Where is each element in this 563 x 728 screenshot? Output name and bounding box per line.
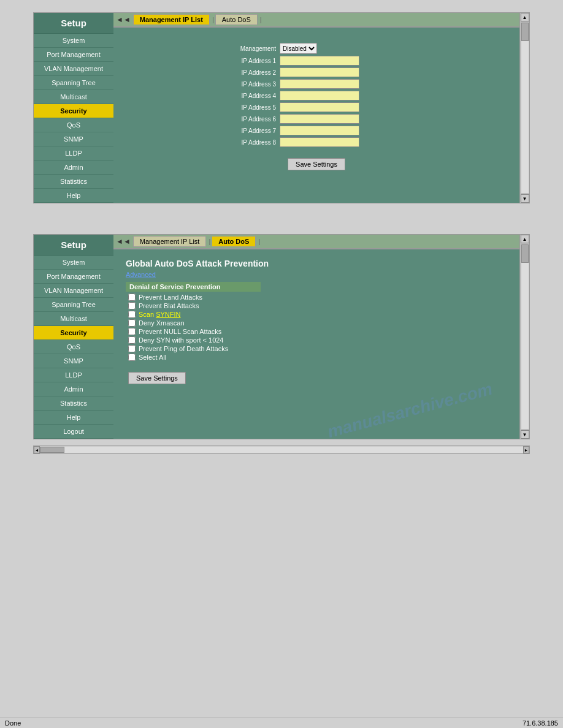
top-save-button[interactable]: Save Settings — [288, 158, 345, 170]
sidebar-item-spanning-tree-top[interactable]: Spanning Tree — [34, 76, 113, 90]
scroll-up-btn-top[interactable]: ▲ — [521, 13, 529, 21]
scroll-track-top[interactable] — [521, 23, 529, 193]
top-main-content: ◄◄ Management IP List | Auto DoS | Manag… — [113, 13, 519, 203]
sidebar-item-system-bot[interactable]: System — [34, 256, 113, 270]
ip-input-4[interactable] — [280, 91, 359, 100]
ip-row-1: IP Address 1 — [218, 56, 415, 66]
h-scroll-left[interactable]: ◄ — [34, 446, 40, 453]
ip-input-3[interactable] — [280, 79, 359, 89]
sidebar-item-logout-bot[interactable]: Logout — [34, 425, 113, 439]
ip-input-6[interactable] — [280, 114, 359, 124]
sidebar-item-statistics-bot[interactable]: Statistics — [34, 396, 113, 411]
scroll-track-bot[interactable] — [521, 245, 529, 429]
dos-item-0: Prevent Land Attacks — [126, 294, 507, 301]
ip-row-3: IP Address 3 — [218, 79, 415, 89]
ip-row-5: IP Address 5 — [218, 102, 415, 112]
dos-title: Global Auto DoS Attack Prevention — [126, 259, 507, 268]
synfin-link[interactable]: SYNFIN — [156, 311, 180, 318]
sidebar-item-statistics-top[interactable]: Statistics — [34, 175, 113, 189]
scroll-thumb-top[interactable] — [521, 23, 529, 41]
scroll-down-btn-top[interactable]: ▼ — [521, 194, 529, 203]
sidebar-item-qos-bot[interactable]: QoS — [34, 340, 113, 354]
ip-label-6: IP Address 6 — [218, 116, 280, 123]
dos-checkbox-4[interactable] — [128, 328, 136, 335]
dos-label-7: Select All — [139, 354, 166, 361]
sidebar-item-lldp-top[interactable]: LLDP — [34, 146, 113, 161]
dos-checkbox-1[interactable] — [128, 302, 136, 309]
dos-checkbox-6[interactable] — [128, 345, 136, 352]
dos-checkbox-5[interactable] — [128, 336, 136, 344]
scroll-down-btn-bot[interactable]: ▼ — [521, 430, 529, 439]
bottom-content-area: Global Auto DoS Attack Prevention Advanc… — [113, 249, 519, 439]
tab-sep-bot-1: | — [209, 238, 210, 245]
ip-label-5: IP Address 5 — [218, 104, 280, 111]
tab-management-ip-list-bot[interactable]: Management IP List — [133, 236, 207, 247]
sidebar-item-admin-top[interactable]: Admin — [34, 161, 113, 175]
dos-label-4: Prevent NULL Scan Attacks — [139, 328, 221, 335]
ip-input-1[interactable] — [280, 56, 359, 66]
ip-input-7[interactable] — [280, 126, 359, 135]
sidebar-item-multicast-bot[interactable]: Multicast — [34, 312, 113, 326]
dos-item-6: Prevent Ping of Death Attacks — [126, 345, 507, 352]
dos-label-0: Prevent Land Attacks — [139, 294, 202, 301]
sidebar-item-system-top[interactable]: System — [34, 34, 113, 48]
dos-save-wrapper: Save Settings — [126, 367, 507, 384]
scroll-up-btn-bot[interactable]: ▲ — [521, 235, 529, 243]
ip-label-2: IP Address 2 — [218, 69, 280, 76]
sidebar-item-snmp-top[interactable]: SNMP — [34, 132, 113, 146]
dos-section-header: Denial of Service Prevention — [126, 282, 261, 292]
h-scrollbar[interactable]: ◄ ► — [33, 446, 530, 454]
ip-label-7: IP Address 7 — [218, 127, 280, 134]
sidebar-item-lldp-bot[interactable]: LLDP — [34, 368, 113, 382]
sidebar-item-help-bot[interactable]: Help — [34, 411, 113, 425]
sidebar-item-security-bot[interactable]: Security — [34, 326, 113, 340]
dos-item-2: Scan SYNFIN — [126, 311, 507, 318]
dos-checkbox-2[interactable] — [128, 311, 136, 318]
bottom-sidebar: Setup System Port Management VLAN Manage… — [34, 235, 113, 439]
h-scroll-track — [40, 447, 523, 453]
scroll-thumb-bot[interactable] — [521, 245, 529, 263]
sidebar-item-help-top[interactable]: Help — [34, 189, 113, 203]
ip-row-7: IP Address 7 — [218, 126, 415, 135]
dos-advanced-link[interactable]: Advanced — [126, 271, 507, 278]
management-row: Management Disabled Enabled — [218, 43, 415, 54]
tab-auto-dos-top[interactable]: Auto DoS — [215, 14, 258, 25]
sidebar-item-vlan-management-bot[interactable]: VLAN Management — [34, 284, 113, 298]
management-select[interactable]: Disabled Enabled — [280, 43, 317, 54]
sidebar-item-vlan-management-top[interactable]: VLAN Management — [34, 62, 113, 76]
tab-management-ip-list[interactable]: Management IP List — [133, 14, 210, 25]
sidebar-item-admin-bot[interactable]: Admin — [34, 382, 113, 396]
bottom-scrollbar[interactable]: ▲ ▼ — [519, 235, 529, 439]
ip-input-2[interactable] — [280, 67, 359, 77]
nav-arrow-bot[interactable]: ◄◄ — [116, 237, 131, 246]
dos-save-button[interactable]: Save Settings — [128, 372, 186, 384]
sidebar-item-spanning-tree-bot[interactable]: Spanning Tree — [34, 298, 113, 312]
ip-row-6: IP Address 6 — [218, 114, 415, 124]
dos-label-2: Scan SYNFIN — [139, 311, 180, 318]
status-bar: Done 71.6.38.185 — [0, 718, 563, 728]
dos-checkbox-0[interactable] — [128, 294, 136, 301]
dos-checkbox-3[interactable] — [128, 319, 136, 327]
sidebar-item-security-top[interactable]: Security — [34, 104, 113, 118]
sidebar-item-qos-top[interactable]: QoS — [34, 118, 113, 132]
sidebar-item-port-management-top[interactable]: Port Management — [34, 48, 113, 62]
bottom-panel: Setup System Port Management VLAN Manage… — [33, 234, 530, 439]
dos-checkbox-7[interactable] — [128, 354, 136, 361]
ip-input-8[interactable] — [280, 137, 359, 147]
top-scrollbar[interactable]: ▲ ▼ — [519, 13, 529, 203]
dos-label-6: Prevent Ping of Death Attacks — [139, 345, 228, 352]
tab-sep-bot-2: | — [258, 238, 260, 245]
nav-arrow-top[interactable]: ◄◄ — [116, 15, 131, 24]
dos-item-3: Deny Xmascan — [126, 319, 507, 327]
sidebar-item-multicast-top[interactable]: Multicast — [34, 90, 113, 104]
tab-auto-dos-bot[interactable]: Auto DoS — [212, 236, 256, 247]
h-scroll-right[interactable]: ► — [523, 446, 529, 453]
sidebar-item-port-management-bot[interactable]: Port Management — [34, 270, 113, 284]
sidebar-item-snmp-bot[interactable]: SNMP — [34, 354, 113, 368]
dos-item-7: Select All — [126, 354, 507, 361]
dos-item-4: Prevent NULL Scan Attacks — [126, 328, 507, 335]
top-tab-bar: ◄◄ Management IP List | Auto DoS | — [113, 13, 519, 28]
dos-label-5: Deny SYN with sport < 1024 — [139, 336, 224, 344]
h-scroll-thumb[interactable] — [40, 447, 64, 453]
ip-input-5[interactable] — [280, 102, 359, 112]
